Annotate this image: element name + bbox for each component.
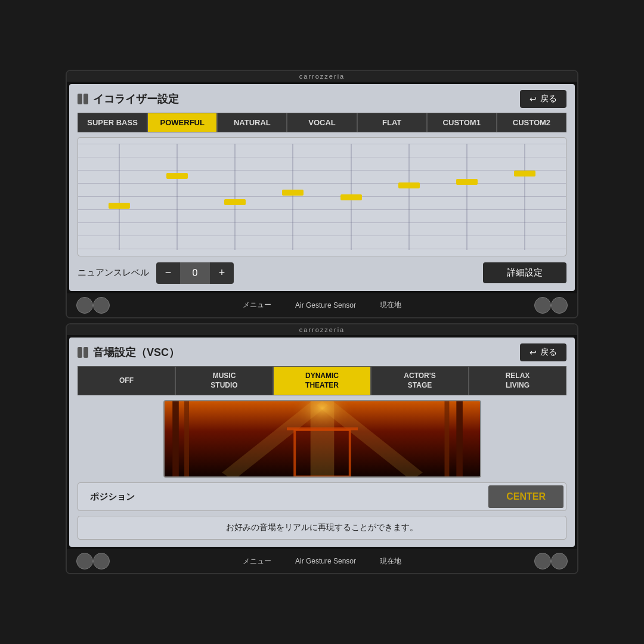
tab-custom2[interactable]: CUSTOM2 [497, 113, 566, 132]
eq-handle-6[interactable] [398, 182, 420, 188]
tab-custom1[interactable]: CUSTOM1 [427, 113, 497, 132]
eq-handle-8[interactable] [514, 171, 535, 177]
eq-track-4 [292, 144, 293, 250]
theater-image [163, 400, 481, 478]
bottom-screen-header: 音場設定（VSC） ↩ 戻る [78, 343, 566, 361]
position-label: ポジション [78, 485, 486, 509]
position-value[interactable]: CENTER [488, 485, 564, 508]
current-location-label[interactable]: 現在地 [380, 300, 401, 310]
eq-slider-3[interactable] [226, 138, 244, 256]
settings-icon [78, 94, 88, 104]
vsc-settings-icon [78, 347, 88, 358]
menu-label[interactable]: メニュー [243, 300, 271, 310]
eq-handle-5[interactable] [340, 194, 362, 200]
eq-handle-2[interactable] [166, 173, 188, 179]
bottom-back-arrow-icon: ↩ [530, 348, 537, 357]
eq-handle-1[interactable] [109, 203, 130, 209]
top-screen: イコライザー設定 ↩ 戻る SUPER BASS POWERFUL NATURA… [69, 84, 575, 291]
nuance-minus-button[interactable]: − [156, 262, 180, 284]
position-row: ポジション CENTER [78, 482, 566, 511]
nuance-value-display: 0 [180, 262, 210, 284]
top-screen-title-group: イコライザー設定 [78, 92, 179, 106]
tab-powerful[interactable]: POWERFUL [147, 113, 217, 132]
info-text: お好みの音場をリアルに再現することができます。 [226, 522, 418, 532]
bottom-back-label: 戻る [540, 347, 557, 358]
eq-slider-2[interactable] [168, 138, 186, 256]
top-screen-title: イコライザー設定 [93, 92, 179, 106]
eq-slider-4[interactable] [284, 138, 302, 256]
eq-track-6 [408, 144, 410, 250]
tab-vocal[interactable]: VOCAL [287, 113, 357, 132]
nuance-control: − 0 + [156, 262, 234, 284]
eq-sliders [78, 138, 566, 256]
svg-rect-7 [172, 401, 179, 476]
bottom-circle-up[interactable] [76, 297, 93, 314]
vsc-tab-off[interactable]: OFF [78, 366, 175, 395]
bottom2-air-gesture-label: Air Gesture Sensor [295, 557, 356, 565]
bottom-back-button[interactable]: ↩ 戻る [520, 343, 566, 361]
svg-rect-8 [184, 401, 189, 476]
vsc-tab-actors-stage[interactable]: ACTOR'SSTAGE [371, 366, 469, 395]
bottom-device-unit: carrozzeria 音場設定（VSC） ↩ 戻る OFF MUSICSTUD… [66, 323, 578, 574]
eq-bottom-controls: ニュアンスレベル − 0 + 詳細設定 [78, 262, 566, 284]
detail-settings-button[interactable]: 詳細設定 [483, 262, 566, 283]
back-arrow-icon: ↩ [530, 94, 537, 104]
eq-slider-1[interactable] [110, 138, 128, 256]
eq-handle-4[interactable] [282, 190, 304, 196]
eq-track-1 [119, 144, 120, 250]
bottom2-circle-right2[interactable] [551, 553, 568, 569]
nuance-plus-button[interactable]: + [210, 262, 234, 284]
bottom-circle-home[interactable] [93, 297, 110, 314]
eq-slider-8[interactable] [516, 138, 534, 256]
top-device-unit: carrozzeria イコライザー設定 ↩ 戻る SUPER BASS POW… [66, 70, 578, 318]
eq-slider-7[interactable] [458, 138, 476, 256]
vsc-tab-dynamic-theater[interactable]: DYNAMICTHEATER [273, 366, 371, 395]
eq-handle-3[interactable] [224, 199, 246, 205]
vsc-tab-music-studio[interactable]: MUSICSTUDIO [175, 366, 273, 395]
bottom2-menu-label[interactable]: メニュー [243, 556, 271, 566]
eq-handle-7[interactable] [456, 179, 478, 185]
bottom2-circle-home[interactable] [93, 553, 110, 569]
bottom2-current-location-label[interactable]: 現在地 [380, 556, 401, 566]
eq-slider-5[interactable] [342, 138, 360, 256]
bottom-screen-title-group: 音場設定（VSC） [78, 345, 179, 360]
eq-track-7 [466, 144, 467, 250]
tab-super-bass[interactable]: SUPER BASS [78, 113, 147, 132]
bottom2-circle-right1[interactable] [534, 553, 551, 569]
bottom-circle-right2[interactable] [551, 297, 568, 314]
info-bar: お好みの音場をリアルに再現することができます。 [78, 516, 566, 540]
eq-display [78, 137, 566, 256]
tab-natural[interactable]: NATURAL [217, 113, 287, 132]
bottom-circle-right1[interactable] [534, 297, 551, 314]
nuance-label: ニュアンスレベル [78, 267, 149, 278]
eq-track-2 [177, 144, 178, 250]
top-back-button[interactable]: ↩ 戻る [520, 90, 566, 108]
eq-tab-bar: SUPER BASS POWERFUL NATURAL VOCAL FLAT C… [78, 113, 566, 132]
bottom-center: メニュー Air Gesture Sensor 現在地 [110, 300, 534, 310]
top-brand: carrozzeria [67, 71, 577, 82]
top-screen-header: イコライザー設定 ↩ 戻る [78, 90, 566, 108]
bottom-screen: 音場設定（VSC） ↩ 戻る OFF MUSICSTUDIO DYNAMICTH… [69, 338, 575, 547]
vsc-tab-relax-living[interactable]: RELAXLIVING [469, 366, 566, 395]
bottom-screen-title: 音場設定（VSC） [93, 345, 179, 360]
svg-rect-9 [456, 401, 463, 476]
top-device-bottom: メニュー Air Gesture Sensor 現在地 [67, 293, 577, 317]
top-back-label: 戻る [540, 94, 557, 104]
bottom-brand: carrozzeria [67, 324, 577, 335]
eq-track-3 [234, 144, 236, 250]
theater-svg [165, 401, 480, 476]
svg-rect-6 [286, 428, 357, 431]
air-gesture-label: Air Gesture Sensor [295, 301, 356, 309]
bottom2-circle-up[interactable] [76, 553, 93, 569]
eq-track-8 [524, 144, 525, 250]
bottom2-center: メニュー Air Gesture Sensor 現在地 [110, 556, 534, 566]
eq-slider-6[interactable] [400, 138, 418, 256]
svg-rect-10 [444, 401, 449, 476]
bottom-device-bottom: メニュー Air Gesture Sensor 現在地 [67, 549, 577, 573]
vsc-tab-bar: OFF MUSICSTUDIO DYNAMICTHEATER ACTOR'SST… [78, 366, 566, 395]
tab-flat[interactable]: FLAT [357, 113, 427, 132]
